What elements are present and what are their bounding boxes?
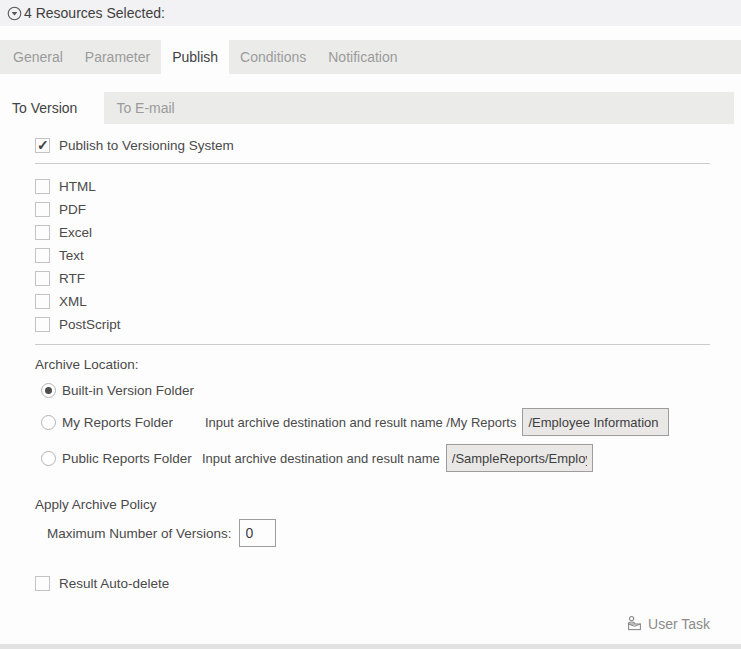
publish-to-versioning-label: Publish to Versioning System bbox=[59, 138, 234, 153]
publish-settings-panel: 4 Resources Selected: General Parameter … bbox=[0, 0, 741, 649]
archive-option-public-reports: Public Reports Folder Input archive dest… bbox=[41, 443, 741, 473]
builtin-version-folder-label: Built-in Version Folder bbox=[62, 383, 194, 398]
tab-publish[interactable]: Publish bbox=[161, 40, 229, 74]
collapse-icon[interactable] bbox=[7, 6, 22, 21]
my-reports-folder-label: My Reports Folder bbox=[62, 415, 205, 430]
rtf-label: RTF bbox=[59, 271, 85, 286]
result-auto-delete-checkbox[interactable] bbox=[35, 576, 50, 591]
publish-subtabbar: To Version To E-mail bbox=[0, 92, 734, 124]
max-versions-input[interactable] bbox=[239, 519, 276, 547]
format-row-text[interactable]: Text bbox=[35, 244, 741, 267]
subtab-to-version[interactable]: To Version bbox=[0, 92, 104, 124]
text-label: Text bbox=[59, 248, 84, 263]
html-label: HTML bbox=[59, 179, 96, 194]
pdf-label: PDF bbox=[59, 202, 86, 217]
result-auto-delete-row[interactable]: Result Auto-delete bbox=[35, 575, 741, 591]
public-reports-destination-input[interactable] bbox=[446, 444, 593, 472]
user-task-icon bbox=[626, 615, 643, 632]
format-row-html[interactable]: HTML bbox=[35, 175, 741, 198]
builtin-version-folder-radio[interactable] bbox=[41, 383, 56, 398]
archive-option-builtin[interactable]: Built-in Version Folder bbox=[41, 382, 741, 398]
excel-checkbox[interactable] bbox=[35, 225, 50, 240]
xml-label: XML bbox=[59, 294, 87, 309]
tab-parameter[interactable]: Parameter bbox=[74, 40, 161, 74]
format-row-postscript[interactable]: PostScript bbox=[35, 313, 741, 336]
publish-to-versioning-checkbox[interactable] bbox=[35, 138, 50, 153]
rtf-checkbox[interactable] bbox=[35, 271, 50, 286]
excel-label: Excel bbox=[59, 225, 92, 240]
max-versions-row: Maximum Number of Versions: bbox=[47, 519, 741, 547]
apply-archive-policy-heading: Apply Archive Policy bbox=[35, 497, 741, 512]
format-row-pdf[interactable]: PDF bbox=[35, 198, 741, 221]
result-auto-delete-label: Result Auto-delete bbox=[59, 576, 169, 591]
postscript-label: PostScript bbox=[59, 317, 121, 332]
max-versions-label: Maximum Number of Versions: bbox=[47, 526, 232, 541]
my-reports-destination-input[interactable] bbox=[522, 408, 669, 436]
main-tabbar: General Parameter Publish Conditions Not… bbox=[0, 40, 741, 74]
divider-top bbox=[35, 163, 710, 164]
archive-option-my-reports: My Reports Folder Input archive destinat… bbox=[41, 407, 741, 437]
text-checkbox[interactable] bbox=[35, 248, 50, 263]
html-checkbox[interactable] bbox=[35, 179, 50, 194]
tab-notification[interactable]: Notification bbox=[317, 40, 408, 74]
format-list: HTML PDF Excel Text RTF XML PostScript bbox=[0, 175, 741, 336]
subtab-to-email[interactable]: To E-mail bbox=[104, 92, 186, 124]
tab-general[interactable]: General bbox=[2, 40, 74, 74]
postscript-checkbox[interactable] bbox=[35, 317, 50, 332]
format-row-xml[interactable]: XML bbox=[35, 290, 741, 313]
format-row-rtf[interactable]: RTF bbox=[35, 267, 741, 290]
publish-to-versioning-row[interactable]: Publish to Versioning System bbox=[35, 137, 741, 153]
public-reports-folder-label: Public Reports Folder bbox=[62, 451, 202, 466]
xml-checkbox[interactable] bbox=[35, 294, 50, 309]
selection-title: 4 Resources Selected: bbox=[24, 5, 165, 21]
format-row-excel[interactable]: Excel bbox=[35, 221, 741, 244]
my-reports-destination-hint: Input archive destination and result nam… bbox=[205, 415, 516, 430]
public-reports-destination-hint: Input archive destination and result nam… bbox=[202, 451, 440, 466]
public-reports-folder-radio[interactable] bbox=[41, 451, 56, 466]
user-task-button[interactable]: User Task bbox=[626, 615, 710, 632]
archive-location-heading: Archive Location: bbox=[35, 357, 741, 372]
divider-bottom bbox=[35, 344, 710, 345]
pdf-checkbox[interactable] bbox=[35, 202, 50, 217]
selection-header: 4 Resources Selected: bbox=[0, 0, 741, 26]
bottom-strip bbox=[0, 644, 741, 649]
my-reports-folder-radio[interactable] bbox=[41, 415, 56, 430]
tab-conditions[interactable]: Conditions bbox=[229, 40, 317, 74]
user-task-label: User Task bbox=[648, 616, 710, 632]
